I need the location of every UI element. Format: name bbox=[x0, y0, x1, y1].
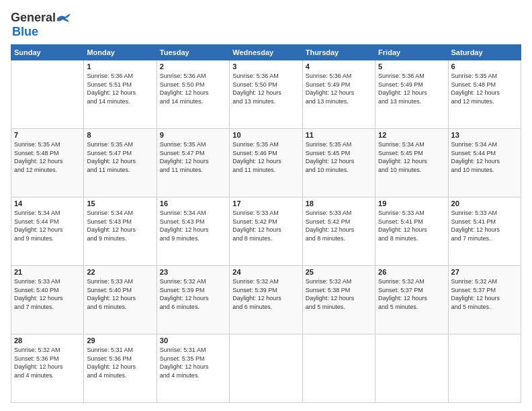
calendar-cell: 2Sunrise: 5:36 AMSunset: 5:50 PMDaylight… bbox=[157, 60, 229, 129]
day-info: Sunrise: 5:35 AMSunset: 5:47 PMDaylight:… bbox=[160, 140, 226, 174]
calendar-cell: 13Sunrise: 5:34 AMSunset: 5:44 PMDayligh… bbox=[448, 129, 521, 197]
day-info: Sunrise: 5:32 AMSunset: 5:39 PMDaylight:… bbox=[232, 277, 299, 311]
day-number: 18 bbox=[306, 199, 372, 208]
calendar-cell: 18Sunrise: 5:33 AMSunset: 5:42 PMDayligh… bbox=[302, 197, 375, 266]
day-info: Sunrise: 5:35 AMSunset: 5:46 PMDaylight:… bbox=[232, 140, 299, 174]
day-info: Sunrise: 5:32 AMSunset: 5:38 PMDaylight:… bbox=[306, 277, 372, 311]
day-info: Sunrise: 5:36 AMSunset: 5:49 PMDaylight:… bbox=[306, 72, 372, 105]
weekday-header-row: SundayMondayTuesdayWednesdayThursdayFrid… bbox=[11, 45, 521, 60]
day-info: Sunrise: 5:31 AMSunset: 5:36 PMDaylight:… bbox=[87, 346, 153, 379]
calendar-cell bbox=[448, 334, 521, 403]
header: GeneralBlue bbox=[11, 8, 521, 39]
day-number: 4 bbox=[306, 62, 372, 71]
calendar-cell bbox=[375, 334, 448, 403]
calendar-cell: 26Sunrise: 5:32 AMSunset: 5:37 PMDayligh… bbox=[375, 266, 448, 334]
day-number: 17 bbox=[232, 199, 299, 208]
day-number: 20 bbox=[451, 199, 518, 208]
day-number: 7 bbox=[14, 131, 81, 139]
week-row-1: 1Sunrise: 5:36 AMSunset: 5:51 PMDaylight… bbox=[11, 60, 521, 129]
day-number: 11 bbox=[306, 131, 372, 139]
day-info: Sunrise: 5:34 AMSunset: 5:44 PMDaylight:… bbox=[451, 140, 518, 174]
day-number: 5 bbox=[378, 62, 445, 71]
calendar-cell: 11Sunrise: 5:35 AMSunset: 5:45 PMDayligh… bbox=[302, 129, 375, 197]
logo-general-text: General bbox=[11, 11, 56, 25]
week-row-3: 14Sunrise: 5:34 AMSunset: 5:44 PMDayligh… bbox=[11, 197, 521, 266]
calendar-cell: 29Sunrise: 5:31 AMSunset: 5:36 PMDayligh… bbox=[84, 334, 157, 403]
day-info: Sunrise: 5:33 AMSunset: 5:40 PMDaylight:… bbox=[87, 277, 153, 311]
day-info: Sunrise: 5:34 AMSunset: 5:44 PMDaylight:… bbox=[14, 209, 81, 242]
day-info: Sunrise: 5:35 AMSunset: 5:48 PMDaylight:… bbox=[14, 140, 81, 174]
day-number: 1 bbox=[87, 62, 153, 71]
calendar-cell bbox=[11, 60, 84, 129]
day-number: 14 bbox=[14, 199, 81, 208]
day-info: Sunrise: 5:36 AMSunset: 5:49 PMDaylight:… bbox=[378, 72, 445, 105]
calendar-cell bbox=[302, 334, 375, 403]
day-number: 6 bbox=[451, 62, 518, 71]
calendar-cell: 23Sunrise: 5:32 AMSunset: 5:39 PMDayligh… bbox=[157, 266, 229, 334]
calendar-cell: 6Sunrise: 5:35 AMSunset: 5:48 PMDaylight… bbox=[448, 60, 521, 129]
day-number: 27 bbox=[451, 268, 518, 276]
week-row-2: 7Sunrise: 5:35 AMSunset: 5:48 PMDaylight… bbox=[11, 129, 521, 197]
calendar-body: 1Sunrise: 5:36 AMSunset: 5:51 PMDaylight… bbox=[11, 60, 521, 403]
calendar-cell: 17Sunrise: 5:33 AMSunset: 5:42 PMDayligh… bbox=[230, 197, 302, 266]
calendar-cell: 28Sunrise: 5:32 AMSunset: 5:36 PMDayligh… bbox=[11, 334, 84, 403]
calendar-cell: 12Sunrise: 5:34 AMSunset: 5:45 PMDayligh… bbox=[375, 129, 448, 197]
weekday-header-thursday: Thursday bbox=[302, 45, 375, 60]
calendar-cell: 7Sunrise: 5:35 AMSunset: 5:48 PMDaylight… bbox=[11, 129, 84, 197]
day-number: 9 bbox=[160, 131, 226, 139]
day-number: 22 bbox=[87, 268, 153, 276]
weekday-header-monday: Monday bbox=[84, 45, 157, 60]
calendar-cell: 10Sunrise: 5:35 AMSunset: 5:46 PMDayligh… bbox=[230, 129, 302, 197]
day-info: Sunrise: 5:33 AMSunset: 5:42 PMDaylight:… bbox=[306, 209, 372, 242]
calendar-cell: 22Sunrise: 5:33 AMSunset: 5:40 PMDayligh… bbox=[84, 266, 157, 334]
day-info: Sunrise: 5:32 AMSunset: 5:37 PMDaylight:… bbox=[378, 277, 445, 311]
day-number: 25 bbox=[306, 268, 372, 276]
day-number: 24 bbox=[232, 268, 299, 276]
calendar-header: SundayMondayTuesdayWednesdayThursdayFrid… bbox=[11, 45, 521, 60]
day-info: Sunrise: 5:35 AMSunset: 5:48 PMDaylight:… bbox=[451, 72, 518, 105]
calendar-cell: 20Sunrise: 5:33 AMSunset: 5:41 PMDayligh… bbox=[448, 197, 521, 266]
logo: GeneralBlue bbox=[11, 11, 71, 39]
calendar-cell: 24Sunrise: 5:32 AMSunset: 5:39 PMDayligh… bbox=[230, 266, 302, 334]
calendar-cell: 25Sunrise: 5:32 AMSunset: 5:38 PMDayligh… bbox=[302, 266, 375, 334]
weekday-header-sunday: Sunday bbox=[11, 45, 84, 60]
calendar-cell: 21Sunrise: 5:33 AMSunset: 5:40 PMDayligh… bbox=[11, 266, 84, 334]
day-number: 28 bbox=[14, 336, 81, 345]
day-info: Sunrise: 5:36 AMSunset: 5:50 PMDaylight:… bbox=[160, 72, 226, 105]
calendar-cell: 4Sunrise: 5:36 AMSunset: 5:49 PMDaylight… bbox=[302, 60, 375, 129]
day-info: Sunrise: 5:34 AMSunset: 5:45 PMDaylight:… bbox=[378, 140, 445, 174]
day-number: 29 bbox=[87, 336, 153, 345]
day-number: 13 bbox=[451, 131, 518, 139]
day-info: Sunrise: 5:32 AMSunset: 5:39 PMDaylight:… bbox=[160, 277, 226, 311]
day-info: Sunrise: 5:31 AMSunset: 5:35 PMDaylight:… bbox=[160, 346, 226, 379]
day-info: Sunrise: 5:33 AMSunset: 5:42 PMDaylight:… bbox=[232, 209, 299, 242]
weekday-header-saturday: Saturday bbox=[448, 45, 521, 60]
weekday-header-tuesday: Tuesday bbox=[157, 45, 229, 60]
calendar-cell: 8Sunrise: 5:35 AMSunset: 5:47 PMDaylight… bbox=[84, 129, 157, 197]
calendar-cell: 3Sunrise: 5:36 AMSunset: 5:50 PMDaylight… bbox=[230, 60, 302, 129]
day-number: 15 bbox=[87, 199, 153, 208]
day-number: 30 bbox=[160, 336, 226, 345]
day-number: 12 bbox=[378, 131, 445, 139]
page: GeneralBlue SundayMondayTuesdayWednesday… bbox=[0, 0, 532, 411]
calendar-cell: 19Sunrise: 5:33 AMSunset: 5:41 PMDayligh… bbox=[375, 197, 448, 266]
calendar-cell: 27Sunrise: 5:32 AMSunset: 5:37 PMDayligh… bbox=[448, 266, 521, 334]
calendar-cell: 30Sunrise: 5:31 AMSunset: 5:35 PMDayligh… bbox=[157, 334, 229, 403]
day-number: 26 bbox=[378, 268, 445, 276]
calendar-cell: 14Sunrise: 5:34 AMSunset: 5:44 PMDayligh… bbox=[11, 197, 84, 266]
calendar-cell: 5Sunrise: 5:36 AMSunset: 5:49 PMDaylight… bbox=[375, 60, 448, 129]
day-info: Sunrise: 5:33 AMSunset: 5:41 PMDaylight:… bbox=[378, 209, 445, 242]
day-number: 16 bbox=[160, 199, 226, 208]
day-info: Sunrise: 5:33 AMSunset: 5:41 PMDaylight:… bbox=[451, 209, 518, 242]
day-info: Sunrise: 5:36 AMSunset: 5:50 PMDaylight:… bbox=[232, 72, 299, 105]
day-number: 8 bbox=[87, 131, 153, 139]
calendar-cell: 1Sunrise: 5:36 AMSunset: 5:51 PMDaylight… bbox=[84, 60, 157, 129]
calendar-cell bbox=[230, 334, 302, 403]
week-row-5: 28Sunrise: 5:32 AMSunset: 5:36 PMDayligh… bbox=[11, 334, 521, 403]
logo-bird-icon bbox=[56, 13, 71, 24]
day-number: 19 bbox=[378, 199, 445, 208]
day-info: Sunrise: 5:35 AMSunset: 5:47 PMDaylight:… bbox=[87, 140, 153, 174]
day-number: 10 bbox=[232, 131, 299, 139]
calendar-table: SundayMondayTuesdayWednesdayThursdayFrid… bbox=[11, 44, 521, 403]
weekday-header-wednesday: Wednesday bbox=[230, 45, 302, 60]
